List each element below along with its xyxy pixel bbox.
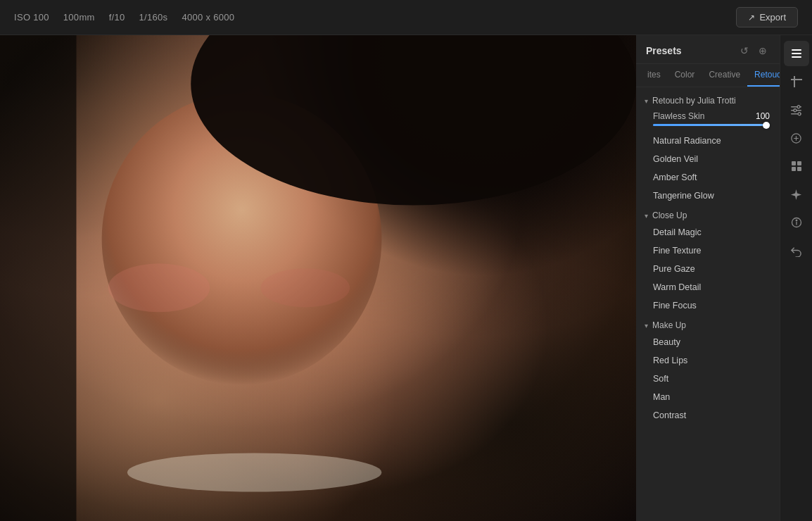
group-name-closeup: Close Up xyxy=(652,211,687,220)
group-arrow-julia: ▾ xyxy=(645,97,648,105)
preset-contrast[interactable]: Contrast xyxy=(636,406,780,425)
flawless-slider-track[interactable] xyxy=(653,124,770,126)
iso-value: ISO 100 xyxy=(14,12,49,23)
crop-icon[interactable] xyxy=(784,69,809,94)
presets-title: Presets xyxy=(646,45,682,56)
group-arrow-makeup: ▾ xyxy=(645,322,648,329)
export-button[interactable]: ↗ Export xyxy=(736,7,798,27)
preset-tangerine-glow-name: Tangerine Glow xyxy=(653,191,714,201)
svg-rect-20 xyxy=(797,161,801,165)
preset-beauty-name: Beauty xyxy=(653,337,680,347)
back-icon[interactable] xyxy=(784,238,809,263)
preset-fine-texture-name: Fine Texture xyxy=(653,246,702,256)
svg-point-14 xyxy=(794,108,797,111)
svg-rect-6 xyxy=(792,49,801,51)
group-name-makeup: Make Up xyxy=(652,320,686,330)
portrait-hair-overlay xyxy=(255,35,636,278)
preset-soft-name: Soft xyxy=(653,374,668,384)
svg-rect-8 xyxy=(792,56,801,58)
preset-man[interactable]: Man xyxy=(636,388,780,406)
export-label: Export xyxy=(759,12,786,23)
preset-flawless-skin: Flawless Skin 100 xyxy=(636,108,780,132)
preset-beauty[interactable]: Beauty xyxy=(636,333,780,351)
svg-rect-7 xyxy=(792,53,801,54)
tab-color[interactable]: Color xyxy=(668,64,702,87)
preset-contrast-name: Contrast xyxy=(653,410,686,420)
preset-fine-focus-name: Fine Focus xyxy=(653,301,697,310)
right-sidebar: Presets ↺ ⊕ ites Color Creative Retou xyxy=(636,35,812,521)
undo-button[interactable]: ↺ xyxy=(737,44,751,58)
group-make-up[interactable]: ▾ Make Up xyxy=(636,315,780,333)
focal-length: 100mm xyxy=(63,12,95,23)
add-preset-button[interactable]: ⊕ xyxy=(756,44,770,58)
preset-fine-focus[interactable]: Fine Focus xyxy=(636,296,780,315)
presets-header: Presets ↺ ⊕ xyxy=(636,35,780,64)
preset-golden-veil-name: Golden Veil xyxy=(653,154,698,164)
camera-info: ISO 100 100mm f/10 1/160s 4000 x 6000 xyxy=(14,12,234,23)
group-name-julia: Retouch by Julia Trotti xyxy=(652,96,736,106)
tab-retouch[interactable]: Retouch xyxy=(747,64,780,87)
preset-natural-radiance[interactable]: Natural Radiance xyxy=(636,132,780,150)
preset-detail-magic[interactable]: Detail Magic xyxy=(636,223,780,241)
group-close-up[interactable]: ▾ Close Up xyxy=(636,205,780,223)
preset-flawless-label-row: Flawless Skin 100 xyxy=(653,111,770,121)
tab-favorites[interactable]: ites xyxy=(640,64,668,87)
presets-list: ▾ Retouch by Julia Trotti Flawless Skin … xyxy=(636,87,780,521)
preset-red-lips-name: Red Lips xyxy=(653,356,687,365)
info-icon[interactable] xyxy=(784,210,809,235)
preset-natural-radiance-name: Natural Radiance xyxy=(653,136,721,146)
healing-icon[interactable] xyxy=(784,125,809,151)
preset-amber-soft[interactable]: Amber Soft xyxy=(636,168,780,187)
photo-area xyxy=(0,35,636,521)
export-icon: ↗ xyxy=(748,13,755,23)
preset-red-lips[interactable]: Red Lips xyxy=(636,351,780,370)
main-content: Presets ↺ ⊕ ites Color Creative Retou xyxy=(0,35,812,521)
svg-point-11 xyxy=(797,105,800,108)
preset-tangerine-glow[interactable]: Tangerine Glow xyxy=(636,187,780,205)
preset-golden-veil[interactable]: Golden Veil xyxy=(636,150,780,168)
top-bar: ISO 100 100mm f/10 1/160s 4000 x 6000 ↗ … xyxy=(0,0,812,35)
shutter-speed: 1/160s xyxy=(139,12,168,23)
icon-rail xyxy=(780,35,812,521)
preset-warm-detail-name: Warm Detail xyxy=(653,282,701,292)
preset-detail-magic-name: Detail Magic xyxy=(653,227,702,237)
preset-amber-soft-name: Amber Soft xyxy=(653,172,697,182)
preset-man-name: Man xyxy=(653,392,670,402)
tab-creative[interactable]: Creative xyxy=(702,64,747,87)
photo-background xyxy=(0,35,636,521)
preset-soft[interactable]: Soft xyxy=(636,370,780,388)
aperture-value: f/10 xyxy=(109,12,125,23)
adjustments-icon[interactable] xyxy=(784,97,809,123)
presets-panel: Presets ↺ ⊕ ites Color Creative Retou xyxy=(636,35,780,521)
group-arrow-closeup: ▾ xyxy=(645,212,648,220)
svg-rect-19 xyxy=(792,161,796,165)
presets-actions: ↺ ⊕ xyxy=(737,44,770,58)
svg-point-17 xyxy=(798,112,801,115)
preset-warm-detail[interactable]: Warm Detail xyxy=(636,278,780,296)
tabs-bar: ites Color Creative Retouch External xyxy=(636,64,780,87)
svg-rect-15 xyxy=(791,113,799,115)
sparkle-icon[interactable] xyxy=(784,182,809,207)
preset-fine-texture[interactable]: Fine Texture xyxy=(636,241,780,260)
svg-point-25 xyxy=(796,220,797,221)
resolution: 4000 x 6000 xyxy=(182,12,234,23)
flawless-slider-thumb[interactable] xyxy=(763,122,770,129)
presets-icon[interactable] xyxy=(784,41,809,66)
grid-icon[interactable] xyxy=(784,153,809,179)
preset-flawless-name: Flawless Skin xyxy=(653,111,704,121)
preset-pure-gaze-name: Pure Gaze xyxy=(653,264,695,274)
svg-rect-21 xyxy=(792,167,796,171)
flawless-slider-fill xyxy=(653,124,770,126)
svg-rect-22 xyxy=(797,167,801,171)
preset-flawless-value: 100 xyxy=(756,111,770,121)
preset-pure-gaze[interactable]: Pure Gaze xyxy=(636,260,780,278)
group-retouch-julia[interactable]: ▾ Retouch by Julia Trotti xyxy=(636,90,780,108)
